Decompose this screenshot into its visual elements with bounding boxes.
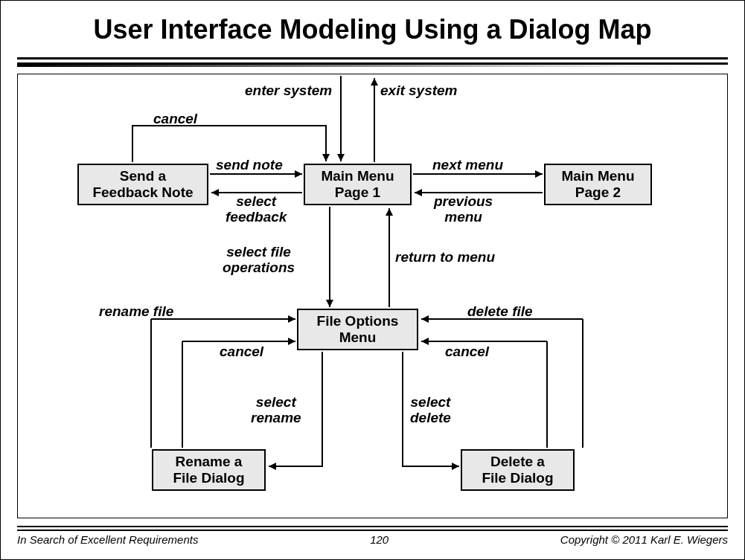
bottom-divider: [17, 526, 728, 527]
label-next-menu: next menu: [432, 158, 503, 173]
label-select-rename: selectrename: [251, 395, 301, 426]
label-previous-menu: previousmenu: [434, 194, 493, 225]
label-select-delete: selectdelete: [410, 395, 451, 426]
top-divider: [17, 57, 728, 65]
label-cancel-feedback: cancel: [153, 112, 197, 127]
node-send-feedback-note: Send aFeedback Note: [77, 164, 208, 205]
label-return-to-menu: return to menu: [395, 250, 495, 265]
label-enter-system: enter system: [245, 83, 332, 99]
footer: In Search of Excellent Requirements 120 …: [17, 533, 728, 546]
label-delete-file: delete file: [467, 304, 533, 320]
label-cancel-delete: cancel: [445, 344, 489, 360]
node-rename-file-dialog: Rename aFile Dialog: [152, 449, 266, 491]
node-file-options-menu: File OptionsMenu: [297, 309, 418, 350]
footer-right: Copyright © 2011 Karl E. Wiegers: [560, 533, 728, 546]
label-select-file-ops: select fileoperations: [223, 245, 295, 276]
footer-left: In Search of Excellent Requirements: [17, 533, 198, 546]
label-rename-file: rename file: [99, 304, 173, 320]
label-exit-system: exit system: [380, 83, 458, 99]
label-select-feedback: selectfeedback: [226, 194, 287, 225]
footer-center: 120: [370, 533, 389, 546]
arrows-layer: [17, 74, 729, 518]
node-main-menu-page-2: Main MenuPage 2: [544, 164, 652, 205]
label-cancel-rename: cancel: [220, 344, 263, 360]
node-delete-file-dialog: Delete aFile Dialog: [461, 449, 575, 491]
node-main-menu-page-1: Main MenuPage 1: [304, 164, 412, 205]
page-title: User Interface Modeling Using a Dialog M…: [1, 14, 744, 45]
page: User Interface Modeling Using a Dialog M…: [0, 0, 745, 560]
label-send-note: send note: [216, 158, 283, 173]
